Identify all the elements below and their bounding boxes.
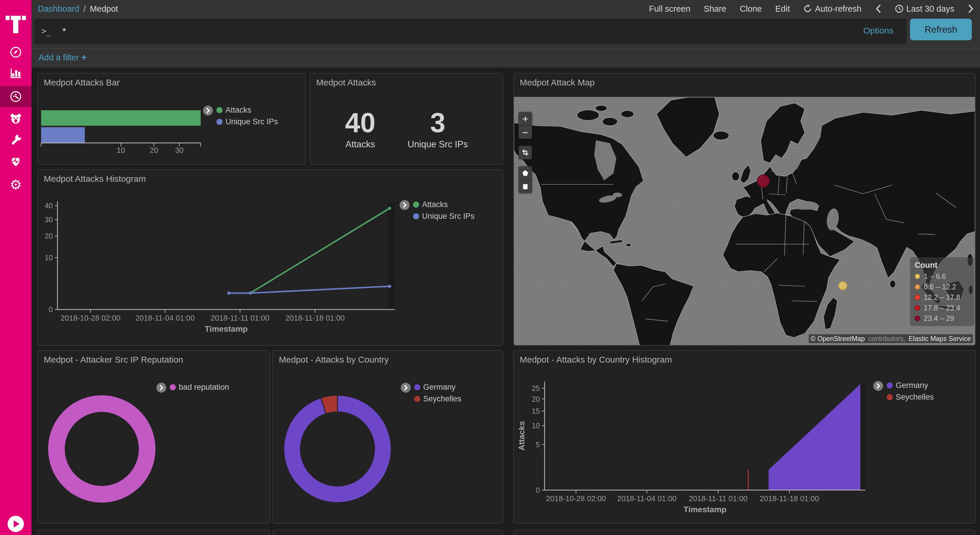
top-chrome: Dashboard / Medpot Full screen Share Clo… (32, 0, 980, 68)
svg-text:2018-11-18 01:00: 2018-11-18 01:00 (760, 494, 819, 503)
panel-title[interactable]: Medpot Attacks Bar (44, 78, 119, 88)
svg-text:20: 20 (150, 146, 158, 154)
sidebar-item-dashboard[interactable] (0, 86, 32, 107)
svg-text:2018-11-04 01:00: 2018-11-04 01:00 (617, 494, 676, 503)
map-legend-item: 17.8 – 23.4 (915, 304, 974, 312)
panel-title[interactable]: Medpot Attacks (316, 78, 376, 88)
legend-item-germany[interactable]: Germany (414, 383, 461, 392)
options-link[interactable]: Options (863, 25, 893, 36)
telekom-logo[interactable] (6, 8, 26, 33)
legend-item-germany[interactable]: Germany (887, 381, 934, 390)
panel-title[interactable]: Medpot - Attacks by Country (279, 355, 389, 365)
panel-stub (272, 529, 503, 535)
map-marker-seychelles[interactable] (838, 282, 847, 290)
dashboard-gauge-icon (9, 90, 22, 103)
time-back-button[interactable] (875, 4, 881, 13)
filter-bar: Add a filter + (32, 49, 980, 68)
panel-country-histogram: Medpot - Attacks by Country Histogram 05… (513, 350, 975, 524)
legend-toggle-button[interactable] (873, 381, 883, 391)
sidebar-item-management[interactable]: ⚙ (0, 174, 32, 195)
sidebar-item-visualize[interactable] (0, 63, 32, 83)
sidebar: ⚙ (0, 0, 32, 535)
legend-item-bad-reputation[interactable]: bad reputation (170, 383, 229, 392)
svg-text:Timestamp: Timestamp (683, 505, 726, 514)
plus-icon: + (81, 52, 87, 62)
time-forward-button[interactable] (968, 4, 974, 13)
edit-button[interactable]: Edit (775, 4, 790, 14)
fullscreen-button[interactable]: Full screen (649, 4, 690, 14)
chevron-right-icon (876, 383, 881, 389)
svg-text:2018-11-11 01:00: 2018-11-11 01:00 (211, 314, 269, 322)
svg-text:10: 10 (117, 146, 125, 154)
play-icon (14, 521, 19, 527)
time-picker-button[interactable]: Last 30 days (895, 4, 955, 14)
chevron-left-icon (875, 4, 881, 13)
sidebar-item-discover[interactable] (0, 42, 32, 62)
metric-unique-src-ips: 3 Unique Src IPs (407, 108, 468, 150)
legend-item-seychelles[interactable]: Seychelles (887, 393, 934, 402)
collapse-sidebar-button[interactable] (8, 516, 24, 532)
svg-text:30: 30 (175, 146, 183, 154)
legend-item-seychelles[interactable]: Seychelles (414, 394, 461, 403)
zoom-in-button[interactable]: + (519, 112, 532, 126)
nav-bar: Dashboard / Medpot Full screen Share Clo… (32, 0, 980, 18)
auto-refresh-button[interactable]: Auto-refresh (803, 4, 862, 14)
map-draw-controls (519, 166, 532, 193)
panel-title[interactable]: Medpot Attacks Histogram (44, 174, 146, 184)
crop-tool-button[interactable] (519, 146, 532, 159)
wrench-icon (9, 133, 22, 147)
share-button[interactable]: Share (704, 4, 726, 14)
svg-text:25: 25 (532, 384, 540, 392)
svg-text:10: 10 (532, 422, 540, 430)
chevron-right-icon (205, 107, 211, 114)
map-viewport[interactable]: + − Count 1 – (514, 97, 975, 345)
rectangle-tool-button[interactable] (519, 180, 532, 193)
square-icon (522, 183, 529, 190)
breadcrumb-separator: / (83, 4, 86, 14)
sidebar-item-bear[interactable] (0, 108, 32, 129)
legend-item-unique-src-ips[interactable]: Unique Src IPs (413, 212, 474, 221)
clone-button[interactable]: Clone (740, 4, 762, 14)
legend-toggle-button[interactable] (203, 106, 213, 116)
zoom-out-button[interactable]: − (519, 126, 532, 139)
map-marker-germany[interactable] (757, 175, 769, 187)
panel-attack-map: Medpot Attack Map (513, 73, 975, 346)
add-filter-link[interactable]: Add a filter + (38, 52, 87, 63)
search-input[interactable] (34, 19, 907, 44)
refresh-button[interactable]: Refresh (910, 19, 972, 40)
panel-attacks-by-country: Medpot - Attacks by Country Germany Seyc… (272, 350, 503, 524)
svg-text:15: 15 (532, 407, 540, 415)
panel-title[interactable]: Medpot - Attacker Src IP Reputation (44, 355, 183, 365)
gear-icon: ⚙ (10, 178, 22, 191)
legend-item-attacks[interactable]: Attacks (413, 200, 474, 209)
query-bar: >_ Options Refresh (32, 18, 980, 48)
map-legend-item: 23.4 – 29 (915, 314, 974, 323)
panel-title[interactable]: Medpot - Attacks by Country Histogram (520, 355, 672, 365)
svg-text:2018-11-04 01:00: 2018-11-04 01:00 (135, 314, 194, 322)
svg-text:0: 0 (536, 486, 540, 494)
legend-toggle-button[interactable] (401, 383, 410, 393)
chevron-right-icon (968, 4, 974, 13)
panel-stub (513, 529, 975, 535)
panel-attacks-metric: Medpot Attacks 40 Attacks 3 Unique Src I… (310, 73, 503, 165)
bar-chart-icon (9, 66, 22, 80)
legend-toggle-button[interactable] (156, 383, 166, 393)
panel-src-ip-reputation: Medpot - Attacker Src IP Reputation bad … (37, 350, 270, 524)
polygon-tool-button[interactable] (519, 166, 532, 180)
sidebar-item-devtools[interactable] (0, 130, 32, 150)
clock-icon (895, 4, 904, 13)
breadcrumb-dashboard-link[interactable]: Dashboard (38, 4, 80, 14)
panel-title[interactable]: Medpot Attack Map (520, 78, 595, 88)
refresh-cycle-icon (803, 4, 812, 13)
breadcrumb-current: Medpot (90, 4, 118, 14)
svg-text:2018-11-11 01:00: 2018-11-11 01:00 (689, 494, 747, 503)
legend-toggle-button[interactable] (399, 200, 409, 210)
svg-text:10: 10 (45, 253, 53, 262)
sidebar-item-monitoring[interactable] (0, 151, 32, 172)
map-legend-item: 1 – 6.6 (915, 272, 974, 280)
legend-item-unique-src-ips[interactable]: Unique Src IPs (216, 117, 278, 126)
legend-item-attacks[interactable]: Attacks (216, 106, 278, 115)
map-legend-title: Count (915, 261, 974, 270)
svg-text:2018-10-28 02:00: 2018-10-28 02:00 (546, 494, 606, 503)
panel-stub (37, 529, 270, 535)
